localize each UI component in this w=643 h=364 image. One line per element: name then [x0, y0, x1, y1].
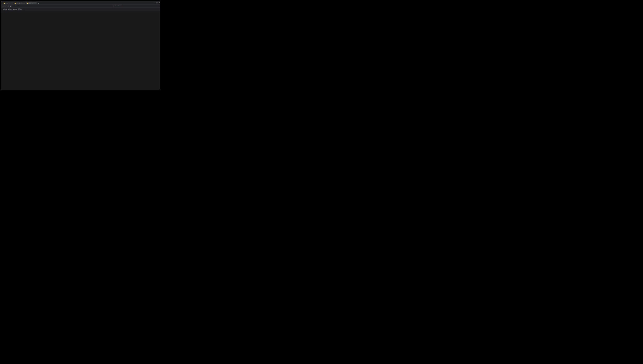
explorer-tab[interactable]: ronak✕	[3, 2, 14, 4]
folder-icon	[15, 3, 16, 4]
toolbar-button[interactable]: ⋯	[23, 8, 24, 10]
toolbar-button[interactable]: ∇ Filter	[18, 8, 22, 10]
back-icon[interactable]: ←	[3, 5, 4, 7]
minimize-icon[interactable]: —	[154, 2, 155, 3]
search-box[interactable]: Search Home	[114, 5, 160, 7]
explorer-navbar: ←→↑↻⌂ › Home ›Search Home	[1, 4, 160, 8]
breadcrumb-text: ⌂ › Home ›	[13, 5, 19, 7]
up-icon[interactable]: ↑	[7, 5, 9, 7]
explorer-tab[interactable]: Home✕	[26, 2, 37, 4]
toolbar-button[interactable]: ⊕ New	[3, 8, 7, 10]
folder-icon	[4, 3, 5, 4]
refresh-icon[interactable]: ↻	[10, 5, 11, 7]
screenshot-1-explorer-home: ronak✕Udemy Course✕Home✕+—▢✕←→↑↻⌂ › Home…	[1, 1, 160, 90]
explorer-tab-strip: ronak✕Udemy Course✕Home✕+—▢✕	[1, 1, 160, 4]
new-tab-button[interactable]: +	[38, 2, 39, 4]
close-icon[interactable]: ✕	[159, 2, 160, 3]
window-controls: —▢✕	[152, 2, 160, 3]
tab-title: Home	[28, 2, 31, 4]
folder-icon	[27, 3, 28, 4]
maximize-icon[interactable]: ▢	[156, 2, 158, 3]
forward-icon[interactable]: →	[5, 5, 7, 7]
toolbar-button[interactable]: ▤ View	[13, 8, 17, 10]
toolbar-button[interactable]: ⇅ Sort	[8, 8, 12, 10]
tab-close-icon[interactable]: ✕	[9, 3, 10, 4]
explorer-toolbar: ⊕ New⇅ Sort▤ View∇ Filter⋯	[1, 8, 160, 11]
tab-close-icon[interactable]: ✕	[32, 3, 33, 4]
breadcrumb-bar[interactable]: ⌂ › Home ›	[12, 5, 113, 7]
explorer-tab[interactable]: Udemy Course✕	[14, 2, 26, 4]
tab-title: Udemy Course	[16, 2, 24, 4]
screenshot-grid: ronak✕Udemy Course✕Home✕+—▢✕←→↑↻⌂ › Home…	[0, 0, 643, 364]
tab-title: ronak	[5, 2, 8, 4]
tab-close-icon[interactable]: ✕	[24, 3, 25, 4]
search-placeholder: Search Home	[115, 5, 123, 7]
